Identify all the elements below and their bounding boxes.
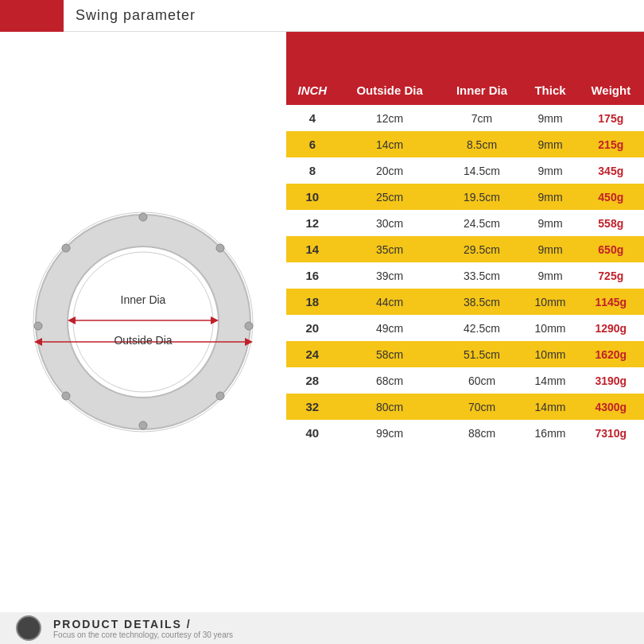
table-cell: 3190g bbox=[578, 367, 644, 394]
table-cell: 9mm bbox=[522, 262, 577, 289]
table-cell: 14mm bbox=[522, 394, 577, 420]
col-header-inner: Inner Dia bbox=[441, 76, 523, 105]
table-cell: 44cm bbox=[339, 289, 441, 315]
outside-dia-label: Outside Dia bbox=[114, 334, 172, 347]
svg-point-8 bbox=[139, 421, 147, 429]
table-cell: 99cm bbox=[339, 420, 441, 446]
table-row: 614cm8.5cm9mm215g bbox=[286, 131, 644, 157]
table-cell: 1145g bbox=[578, 289, 644, 315]
table-row: 1435cm29.5cm9mm650g bbox=[286, 236, 644, 262]
col-header-weight: Weight bbox=[578, 76, 644, 105]
svg-point-7 bbox=[216, 392, 224, 400]
table-cell: 24 bbox=[286, 341, 339, 367]
table-cell: 10mm bbox=[522, 315, 577, 341]
table-cell: 558g bbox=[578, 210, 644, 236]
footer-title: PRODUCT DETAILS / bbox=[53, 618, 233, 630]
table-cell: 25cm bbox=[339, 184, 441, 210]
table-cell: 4 bbox=[286, 105, 339, 131]
table-cell: 20cm bbox=[339, 157, 441, 184]
svg-point-5 bbox=[216, 244, 224, 252]
svg-point-10 bbox=[34, 322, 42, 330]
ring-diagram: Inner Dia Outside Dia bbox=[24, 203, 262, 441]
footer-logo-circle bbox=[16, 615, 41, 641]
table-cell: 725g bbox=[578, 262, 644, 289]
diagram-panel: Inner Dia Outside Dia bbox=[0, 32, 286, 612]
table-cell: 10mm bbox=[522, 289, 577, 315]
table-cell: 88cm bbox=[441, 420, 523, 446]
table-row: 1639cm33.5cm9mm725g bbox=[286, 262, 644, 289]
table-cell: 24.5cm bbox=[441, 210, 523, 236]
table-cell: 28 bbox=[286, 367, 339, 394]
table-row: 2458cm51.5cm10mm1620g bbox=[286, 341, 644, 367]
table-cell: 215g bbox=[578, 131, 644, 157]
table-cell: 29.5cm bbox=[441, 236, 523, 262]
footer: PRODUCT DETAILS / Focus on the core tech… bbox=[0, 612, 644, 644]
table-row: 4099cm88cm16mm7310g bbox=[286, 420, 644, 446]
table-row: 1230cm24.5cm9mm558g bbox=[286, 210, 644, 236]
table-cell: 9mm bbox=[522, 210, 577, 236]
page-title: Swing parameter bbox=[64, 7, 196, 24]
table-row: 2049cm42.5cm10mm1290g bbox=[286, 315, 644, 341]
table-cell: 9mm bbox=[522, 236, 577, 262]
table-cell: 18 bbox=[286, 289, 339, 315]
table-cell: 35cm bbox=[339, 236, 441, 262]
table-cell: 8.5cm bbox=[441, 131, 523, 157]
table-panel: INCH Outside Dia Inner Dia Thick Weight … bbox=[286, 32, 644, 612]
table-cell: 650g bbox=[578, 236, 644, 262]
red-top-bar bbox=[286, 32, 644, 76]
table-cell: 12 bbox=[286, 210, 339, 236]
table-cell: 14cm bbox=[339, 131, 441, 157]
table-row: 820cm14.5cm9mm345g bbox=[286, 157, 644, 184]
svg-point-6 bbox=[245, 322, 253, 330]
ring-svg bbox=[24, 203, 262, 441]
parameter-table: INCH Outside Dia Inner Dia Thick Weight … bbox=[286, 76, 644, 446]
table-cell: 32 bbox=[286, 394, 339, 420]
table-cell: 1620g bbox=[578, 341, 644, 367]
table-cell: 16 bbox=[286, 262, 339, 289]
table-cell: 10 bbox=[286, 184, 339, 210]
table-cell: 38.5cm bbox=[441, 289, 523, 315]
table-row: 1025cm19.5cm9mm450g bbox=[286, 184, 644, 210]
table-cell: 39cm bbox=[339, 262, 441, 289]
main-content: Inner Dia Outside Dia INCH Outside Dia I… bbox=[0, 32, 644, 612]
table-cell: 20 bbox=[286, 315, 339, 341]
col-header-outside: Outside Dia bbox=[339, 76, 441, 105]
table-row: 412cm7cm9mm175g bbox=[286, 105, 644, 131]
table-cell: 8 bbox=[286, 157, 339, 184]
col-header-inch: INCH bbox=[286, 76, 339, 105]
table-cell: 10mm bbox=[522, 341, 577, 367]
table-cell: 16mm bbox=[522, 420, 577, 446]
header: Swing parameter bbox=[0, 0, 644, 32]
table-row: 3280cm70cm14mm4300g bbox=[286, 394, 644, 420]
table-cell: 9mm bbox=[522, 131, 577, 157]
col-header-thick: Thick bbox=[522, 76, 577, 105]
table-cell: 60cm bbox=[441, 367, 523, 394]
table-cell: 30cm bbox=[339, 210, 441, 236]
table-cell: 4300g bbox=[578, 394, 644, 420]
table-cell: 49cm bbox=[339, 315, 441, 341]
table-cell: 80cm bbox=[339, 394, 441, 420]
svg-point-4 bbox=[139, 213, 147, 221]
table-cell: 7cm bbox=[441, 105, 523, 131]
svg-point-9 bbox=[62, 392, 70, 400]
table-cell: 51.5cm bbox=[441, 341, 523, 367]
table-cell: 19.5cm bbox=[441, 184, 523, 210]
table-cell: 175g bbox=[578, 105, 644, 131]
table-cell: 33.5cm bbox=[441, 262, 523, 289]
inner-dia-label: Inner Dia bbox=[121, 293, 166, 306]
table-cell: 450g bbox=[578, 184, 644, 210]
header-red-accent bbox=[0, 0, 64, 32]
table-cell: 9mm bbox=[522, 157, 577, 184]
footer-text: PRODUCT DETAILS / Focus on the core tech… bbox=[53, 618, 233, 639]
table-cell: 7310g bbox=[578, 420, 644, 446]
table-header-row: INCH Outside Dia Inner Dia Thick Weight bbox=[286, 76, 644, 105]
table-cell: 345g bbox=[578, 157, 644, 184]
table-row: 2868cm60cm14mm3190g bbox=[286, 367, 644, 394]
table-cell: 12cm bbox=[339, 105, 441, 131]
table-cell: 14.5cm bbox=[441, 157, 523, 184]
table-row: 1844cm38.5cm10mm1145g bbox=[286, 289, 644, 315]
table-cell: 40 bbox=[286, 420, 339, 446]
table-cell: 70cm bbox=[441, 394, 523, 420]
table-cell: 14 bbox=[286, 236, 339, 262]
table-cell: 9mm bbox=[522, 184, 577, 210]
